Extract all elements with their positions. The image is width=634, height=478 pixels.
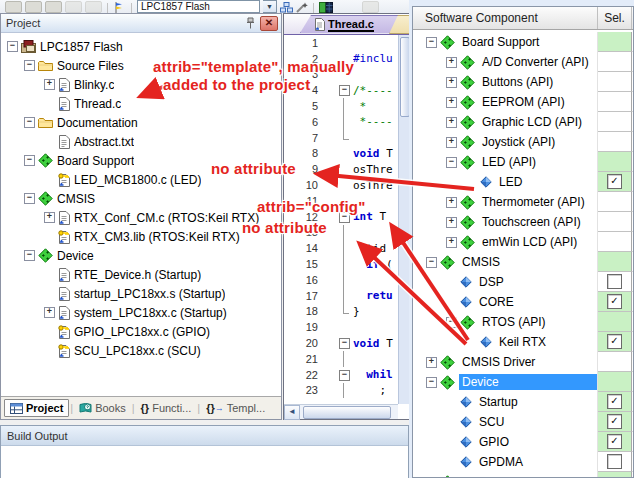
target-select-dropdown-icon[interactable]: ▼ xyxy=(263,0,277,13)
code-line[interactable]: 21 xyxy=(284,351,398,367)
project-tree-item[interactable]: RTE_Device.h (Startup) xyxy=(1,265,281,284)
panel-tab-project[interactable]: Project xyxy=(4,399,69,417)
fold-toggle-icon[interactable]: − xyxy=(337,367,353,383)
code-line[interactable]: 8void T xyxy=(284,146,398,162)
component-row[interactable]: Keil RTX✓ xyxy=(413,332,633,352)
project-tree-item[interactable]: −Source Files xyxy=(1,56,281,75)
component-row[interactable]: −Device xyxy=(413,372,633,392)
sel-checkbox[interactable]: ✓ xyxy=(607,414,622,429)
expand-toggle-icon[interactable]: + xyxy=(446,117,457,128)
code-line[interactable]: 13 xyxy=(284,225,398,241)
code-line[interactable]: 7 xyxy=(284,130,398,146)
code-line[interactable]: 3 xyxy=(284,67,398,83)
build-output-content[interactable] xyxy=(1,446,408,478)
component-row[interactable]: +emWin LCD (API) xyxy=(413,232,633,252)
code-line[interactable]: 23 ; xyxy=(284,383,398,399)
expand-toggle-icon[interactable]: − xyxy=(446,157,457,168)
sel-checkbox[interactable]: ✓ xyxy=(607,174,622,189)
expand-toggle-icon[interactable]: + xyxy=(446,217,457,228)
component-row[interactable]: +Joystick (API) xyxy=(413,132,633,152)
panel-tab-books[interactable]: Books xyxy=(74,400,131,416)
project-tree-item[interactable]: +RTX_Conf_CM.c (RTOS:Keil RTX) xyxy=(1,208,281,227)
toolbar-icon-4[interactable] xyxy=(65,1,82,13)
scrollbar-thumb[interactable] xyxy=(303,406,391,419)
expand-toggle-icon[interactable]: + xyxy=(44,307,55,318)
project-tree-item[interactable]: +Blinky.c xyxy=(1,75,281,94)
scroll-left-icon[interactable]: ◄ xyxy=(284,405,300,420)
expand-toggle-icon[interactable]: − xyxy=(426,377,437,388)
code-line[interactable]: 9osThre xyxy=(284,161,398,177)
expand-toggle-icon[interactable]: + xyxy=(426,477,437,478)
expand-toggle-icon[interactable]: + xyxy=(44,79,55,90)
expand-toggle-icon[interactable]: − xyxy=(24,60,35,71)
code-line[interactable]: 14 tid xyxy=(284,240,398,256)
component-row[interactable]: −RTOS (API) xyxy=(413,312,633,332)
close-icon[interactable]: ✕ xyxy=(260,16,278,31)
component-row[interactable]: +Thermometer (API) xyxy=(413,192,633,212)
code-line[interactable]: 15 if ( xyxy=(284,256,398,272)
sel-checkbox[interactable]: ✓ xyxy=(607,294,622,309)
wand-icon[interactable] xyxy=(296,2,308,13)
sel-checkbox[interactable]: ✓ xyxy=(607,434,622,449)
code-line[interactable]: 12−int T xyxy=(284,209,398,225)
sel-checkbox[interactable]: ✓ xyxy=(607,334,622,349)
project-tree-item[interactable]: −Documentation xyxy=(1,113,281,132)
expand-toggle-icon[interactable]: − xyxy=(24,193,35,204)
expand-toggle-icon[interactable]: − xyxy=(24,250,35,261)
expand-toggle-icon[interactable]: − xyxy=(446,317,457,328)
component-row[interactable]: +Touchscreen (API) xyxy=(413,212,633,232)
fold-toggle-icon[interactable]: − xyxy=(337,335,353,351)
components-icon[interactable] xyxy=(280,2,293,13)
component-row[interactable]: +Buttons (API) xyxy=(413,72,633,92)
code-line[interactable]: 16 xyxy=(284,272,398,288)
expand-toggle-icon[interactable]: + xyxy=(446,97,457,108)
expand-toggle-icon[interactable]: + xyxy=(446,197,457,208)
project-tree-item[interactable]: GPIO_LPC18xx.c (GPIO) xyxy=(1,322,281,341)
project-tree-item[interactable]: Thread.c xyxy=(1,94,281,113)
fold-toggle-icon[interactable]: − xyxy=(337,82,353,98)
sel-checkbox[interactable] xyxy=(607,274,622,289)
flag-icon[interactable] xyxy=(113,2,126,13)
project-tree-item[interactable]: −Board Support xyxy=(1,151,281,170)
target-select[interactable]: LPC1857 Flash xyxy=(137,0,260,13)
component-row[interactable]: −Board Support xyxy=(413,32,633,52)
column-header-sel[interactable]: Sel. xyxy=(598,7,632,29)
sel-checkbox[interactable] xyxy=(607,454,622,469)
component-row[interactable]: −CMSIS xyxy=(413,252,633,272)
editor-horizontal-scrollbar[interactable]: ◄ xyxy=(284,404,398,419)
rte-manage-icon[interactable] xyxy=(319,2,333,13)
toolbar-icon-2[interactable] xyxy=(25,1,42,13)
component-row[interactable]: +Graphic LCD (API) xyxy=(413,112,633,132)
component-row[interactable]: +CMSIS Driver xyxy=(413,352,633,372)
toolbar-icon-6[interactable] xyxy=(362,1,379,13)
project-tree-item[interactable]: −Device xyxy=(1,246,281,265)
project-tree-item[interactable]: LED_MCB1800.c (LED) xyxy=(1,170,281,189)
toolbar-icon-3[interactable] xyxy=(45,1,62,13)
code-line[interactable]: 6 *---- xyxy=(284,114,398,130)
project-tree-item[interactable]: +system_LPC18xx.c (Startup) xyxy=(1,303,281,322)
code-line[interactable]: 17 retu xyxy=(284,288,398,304)
component-row[interactable]: SCU✓ xyxy=(413,412,633,432)
code-line[interactable]: 11 xyxy=(284,193,398,209)
component-row[interactable]: LED✓ xyxy=(413,172,633,192)
project-tree-item[interactable]: −LPC1857 Flash xyxy=(1,37,281,56)
expand-toggle-icon[interactable]: + xyxy=(446,237,457,248)
expand-toggle-icon[interactable]: + xyxy=(446,57,457,68)
pin-icon[interactable] xyxy=(243,17,257,30)
toolbar-icon-1[interactable] xyxy=(5,1,22,13)
component-row[interactable]: GPDMA xyxy=(413,452,633,472)
project-tree-item[interactable]: Abstract.txt xyxy=(1,132,281,151)
code-line[interactable]: 4−/*---- xyxy=(284,82,398,98)
code-line[interactable]: 22− whil xyxy=(284,367,398,383)
code-line[interactable]: 18} xyxy=(284,304,398,320)
code-line[interactable]: 5 * xyxy=(284,98,398,114)
component-row[interactable]: GPIO✓ xyxy=(413,432,633,452)
expand-toggle-icon[interactable]: + xyxy=(446,77,457,88)
component-row[interactable]: +EEPROM (API) xyxy=(413,92,633,112)
toolbar-icon-5[interactable] xyxy=(85,1,102,13)
component-row[interactable]: −LED (API) xyxy=(413,152,633,172)
expand-toggle-icon[interactable]: − xyxy=(426,37,437,48)
editor-tab-threadc[interactable]: Thread.c xyxy=(300,15,399,33)
expand-toggle-icon[interactable]: − xyxy=(24,155,35,166)
expand-toggle-icon[interactable]: + xyxy=(426,357,437,368)
